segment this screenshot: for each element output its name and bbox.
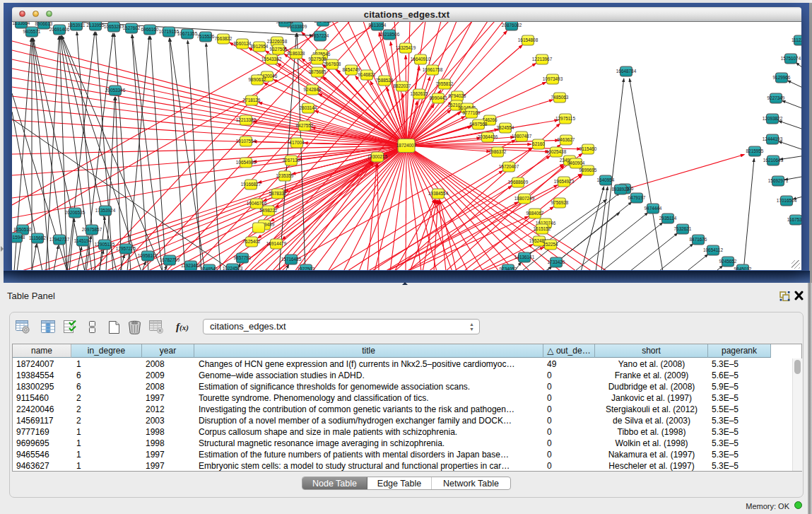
svg-text:7663822: 7663822 [215, 36, 233, 41]
svg-text:17016504: 17016504 [777, 198, 797, 203]
svg-text:10973493: 10973493 [543, 76, 563, 81]
svg-text:7857224: 7857224 [312, 33, 329, 38]
svg-text:8427552: 8427552 [296, 123, 314, 128]
svg-text:8471676: 8471676 [690, 237, 707, 242]
svg-text:1112276: 1112276 [792, 37, 801, 42]
svg-text:1362615: 1362615 [411, 91, 428, 96]
svg-text:2935114: 2935114 [659, 216, 677, 221]
svg-text:12975115: 12975115 [555, 116, 575, 121]
svg-text:20206535: 20206535 [65, 210, 86, 215]
svg-text:8186328: 8186328 [288, 51, 305, 56]
svg-text:9115460: 9115460 [579, 146, 597, 151]
svg-text:20876082: 20876082 [502, 23, 522, 28]
svg-text:16543382: 16543382 [261, 57, 282, 62]
svg-text:12444193: 12444193 [763, 136, 783, 141]
svg-text:8822037: 8822037 [394, 83, 411, 88]
svg-text:2718126: 2718126 [243, 98, 261, 103]
svg-text:252254: 252254 [543, 242, 558, 247]
svg-text:9242848: 9242848 [304, 87, 322, 92]
svg-text:8350510: 8350510 [14, 227, 32, 232]
svg-text:7485063: 7485063 [551, 95, 569, 100]
svg-text:9884067: 9884067 [526, 211, 544, 216]
svg-text:16210643: 16210643 [763, 158, 784, 163]
svg-text:16914479: 16914479 [266, 241, 287, 246]
svg-text:1527602: 1527602 [123, 25, 141, 30]
svg-text:8215955: 8215955 [746, 148, 764, 153]
svg-text:12213382: 12213382 [236, 117, 257, 122]
svg-text:15751074: 15751074 [781, 56, 801, 61]
svg-text:10719155: 10719155 [159, 29, 180, 34]
svg-text:1733426: 1733426 [548, 259, 565, 264]
svg-text:11923468: 11923468 [181, 263, 201, 268]
svg-text:7625402: 7625402 [243, 239, 261, 244]
svg-text:2133955: 2133955 [87, 23, 105, 28]
svg-text:7588520: 7588520 [376, 78, 394, 83]
svg-text:3824554: 3824554 [497, 125, 514, 130]
svg-text:9129966: 9129966 [773, 75, 791, 80]
svg-text:8813054: 8813054 [369, 23, 387, 28]
svg-text:18807249: 18807249 [514, 196, 535, 201]
svg-text:6479197: 6479197 [628, 195, 646, 200]
svg-text:6966160: 6966160 [141, 27, 159, 32]
svg-text:9463627: 9463627 [558, 137, 575, 142]
svg-text:9245652: 9245652 [719, 259, 737, 264]
svg-text:7632621: 7632621 [674, 226, 692, 231]
svg-text:15692971: 15692971 [768, 178, 789, 183]
svg-text:3875685: 3875685 [309, 69, 326, 74]
svg-text:1615152: 1615152 [534, 226, 551, 231]
svg-text:10688609: 10688609 [508, 180, 529, 185]
svg-text:6794028: 6794028 [449, 93, 466, 98]
svg-text:10653287: 10653287 [104, 24, 124, 29]
svg-text:8454749: 8454749 [343, 67, 360, 72]
svg-text:1145194: 1145194 [74, 238, 92, 243]
svg-text:10671355: 10671355 [177, 31, 198, 36]
svg-text:1235359: 1235359 [276, 173, 294, 178]
svg-text:16648784: 16648784 [616, 69, 637, 74]
svg-text:7986372: 7986372 [489, 149, 507, 154]
svg-text:16782759: 16782759 [160, 257, 180, 262]
svg-text:9327508: 9327508 [309, 57, 326, 62]
svg-text:1327503: 1327503 [298, 267, 315, 270]
svg-text:19166827: 19166827 [241, 182, 261, 187]
svg-text:23226058: 23226058 [267, 39, 288, 44]
svg-text:16961758: 16961758 [423, 67, 443, 72]
svg-text:12093822: 12093822 [763, 116, 783, 121]
svg-text:16154808: 16154808 [518, 37, 539, 42]
svg-text:17957225: 17957225 [116, 246, 136, 251]
svg-text:10107554: 10107554 [236, 139, 257, 144]
svg-text:8494252: 8494252 [314, 22, 332, 23]
svg-text:5498222: 5498222 [260, 208, 278, 213]
svg-text:9327506: 9327506 [270, 47, 288, 52]
svg-text:17942737: 17942737 [49, 237, 70, 242]
svg-text:9748541: 9748541 [201, 267, 218, 270]
svg-text:8938923: 8938923 [612, 187, 630, 192]
svg-text:10654985: 10654985 [236, 160, 257, 165]
svg-text:15720407: 15720407 [499, 164, 519, 169]
svg-text:19384554: 19384554 [428, 191, 449, 196]
svg-text:9474444: 9474444 [645, 206, 662, 211]
svg-text:9890612: 9890612 [249, 77, 266, 82]
svg-text:1167533: 1167533 [787, 217, 801, 222]
svg-text:2967608: 2967608 [324, 62, 341, 66]
svg-text:12213967: 12213967 [532, 57, 553, 62]
svg-text:1115682: 1115682 [29, 235, 46, 240]
svg-text:3267130: 3267130 [283, 158, 300, 163]
svg-text:7515526: 7515526 [197, 34, 215, 39]
svg-text:14136141: 14136141 [514, 255, 535, 259]
svg-text:8906613: 8906613 [35, 22, 53, 26]
svg-text:10654112: 10654112 [703, 247, 723, 252]
svg-text:7955812: 7955812 [436, 81, 454, 86]
svg-text:9899695: 9899695 [579, 168, 597, 173]
svg-text:8912954: 8912954 [251, 44, 269, 49]
svg-text:20975857: 20975857 [82, 227, 102, 232]
svg-text:20364436: 20364436 [478, 134, 498, 139]
svg-text:6497568: 6497568 [470, 122, 488, 127]
svg-text:17353924: 17353924 [95, 208, 116, 213]
svg-text:15716485: 15716485 [281, 257, 302, 262]
svg-text:9227349: 9227349 [767, 95, 785, 100]
svg-text:10025438: 10025438 [546, 149, 567, 154]
svg-text:8660124: 8660124 [234, 41, 252, 46]
svg-text:9460904: 9460904 [567, 160, 585, 165]
svg-text:9777169: 9777169 [463, 110, 481, 115]
svg-text:20691406: 20691406 [49, 27, 70, 32]
